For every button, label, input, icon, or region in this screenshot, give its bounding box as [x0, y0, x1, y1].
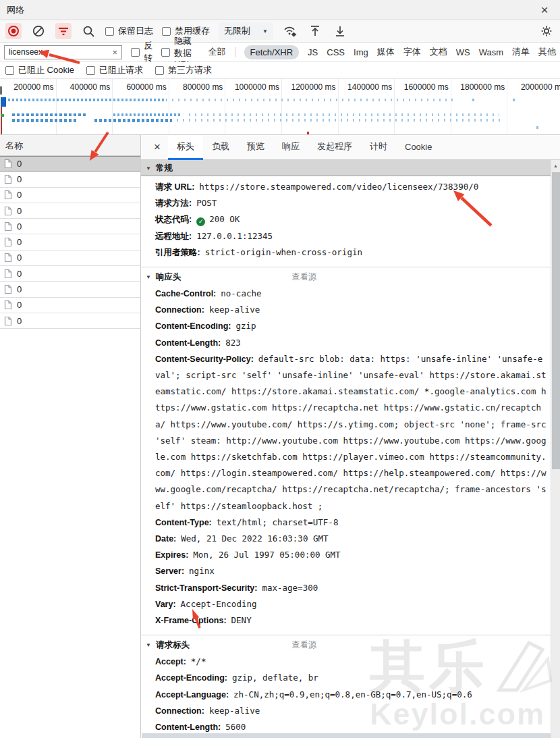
filter-type-all[interactable]: 全部 [208, 46, 226, 58]
preserve-log-checkbox[interactable]: 保留日志 [105, 25, 153, 37]
throttling-select[interactable]: 无限制 ▼ [219, 22, 273, 40]
clear-button[interactable] [30, 23, 47, 39]
header-row: Expires:Mon, 26 Jul 1997 05:00:00 GMT [141, 547, 551, 563]
filter-input[interactable]: licenseex × [4, 45, 122, 59]
tab-cookies[interactable]: Cookie [396, 135, 441, 160]
section-general[interactable]: ▼常规 [141, 160, 551, 176]
filter-type-fetch-xhr[interactable]: Fetch/XHR [244, 45, 300, 59]
request-name: 0 [17, 237, 22, 247]
header-name: 状态代码: [155, 215, 192, 224]
request-row[interactable]: 0 [0, 156, 140, 172]
section-title: 常规 [156, 163, 173, 173]
filter-type-js[interactable]: JS [308, 47, 318, 57]
search-button[interactable] [80, 23, 96, 39]
horizontal-scrollbar[interactable] [142, 733, 551, 738]
header-name: 引用者策略: [155, 248, 200, 257]
header-row: Connection:keep-alive [141, 703, 551, 719]
waterfall-marks [94, 119, 172, 122]
waterfall-marks [172, 99, 455, 101]
import-har-button[interactable] [307, 23, 323, 39]
clear-filter-icon[interactable]: × [112, 47, 117, 57]
third-party-label: 第三方请求 [168, 64, 212, 76]
settings-button[interactable] [538, 23, 555, 39]
filter-type-font[interactable]: 字体 [403, 46, 421, 58]
header-value: gzip, deflate, br [232, 673, 318, 683]
header-name: 远程地址: [155, 232, 192, 241]
third-party-checkbox[interactable]: 第三方请求 [155, 64, 212, 76]
filter-button[interactable] [55, 23, 72, 39]
request-row[interactable]: 0 [0, 203, 140, 219]
name-column-header[interactable]: 名称 [0, 135, 140, 156]
header-name: Accept: [155, 657, 186, 666]
record-button[interactable] [5, 23, 22, 39]
section-request-headers[interactable]: ▼请求标头 查看源 [141, 635, 551, 654]
tab-payload[interactable]: 负载 [203, 135, 238, 160]
tab-response[interactable]: 响应 [273, 135, 308, 160]
filter-icon [57, 26, 69, 36]
tab-timing[interactable]: 计时 [361, 135, 396, 160]
section-title: 响应头 [156, 272, 181, 282]
request-row[interactable]: 0 [0, 282, 140, 297]
timeline-overview[interactable]: 200000 ms 400000 ms 600000 ms 800000 ms … [0, 79, 560, 135]
blocked-cookies-label: 已阻止 Cookie [18, 64, 74, 76]
header-value: text/html; charset=UTF-8 [217, 517, 339, 527]
scroll-up-icon[interactable]: ▲ [551, 160, 560, 168]
request-row[interactable]: 0 [0, 234, 140, 250]
request-row[interactable]: 0 [0, 219, 140, 234]
export-har-icon [333, 24, 347, 38]
overview-handle[interactable] [0, 86, 2, 95]
invert-checkbox[interactable]: 反转 [131, 40, 152, 64]
header-row: Vary:Accept-Encoding [141, 596, 551, 612]
green-dot [1, 114, 4, 117]
header-row: Content-Security-Policy:default-src blob… [141, 351, 551, 515]
header-value: 5600 [225, 722, 246, 732]
file-icon [4, 174, 12, 184]
close-icon[interactable]: × [536, 3, 553, 16]
request-row[interactable]: 0 [0, 313, 140, 329]
tab-headers[interactable]: 标头 [168, 135, 203, 160]
close-detail-icon[interactable]: × [146, 135, 168, 159]
filter-type-ws[interactable]: WS [456, 47, 470, 57]
blocked-filter-bar: 已阻止 Cookie 已阻止请求 第三方请求 [0, 62, 560, 79]
tab-preview[interactable]: 预览 [238, 135, 273, 160]
header-row: Accept-Language:zh-CN,zh;q=0.9,en;q=0.8,… [141, 687, 551, 703]
file-icon [4, 300, 12, 310]
header-value: Wed, 21 Dec 2022 16:03:30 GMT [181, 533, 328, 544]
header-name: Accept-Language: [155, 690, 229, 700]
request-row[interactable]: 0 [0, 188, 140, 203]
scrollbar-thumb[interactable] [552, 172, 560, 469]
header-name: Content-Security-Policy: [155, 354, 254, 364]
waterfall-dot [513, 99, 515, 101]
vertical-scrollbar[interactable]: ▲ [551, 160, 560, 738]
header-name: Connection: [155, 305, 204, 315]
filter-type-doc[interactable]: 文档 [430, 46, 447, 58]
export-har-button[interactable] [332, 23, 348, 39]
section-response-headers[interactable]: ▼响应头 查看源 [141, 267, 551, 286]
view-source-link[interactable]: 查看源 [291, 635, 317, 654]
filter-type-css[interactable]: CSS [327, 47, 345, 57]
collapse-triangle-icon: ▼ [146, 274, 151, 280]
network-conditions-button[interactable] [282, 23, 298, 39]
panel-title: 网络 [7, 4, 24, 16]
header-value: max-age=300 [262, 583, 318, 593]
filter-type-other[interactable]: 其他 [538, 46, 556, 58]
blocked-requests-checkbox[interactable]: 已阻止请求 [86, 64, 143, 76]
header-name: Cache-Control: [155, 289, 216, 298]
filter-type-wasm[interactable]: Wasm [479, 47, 503, 57]
request-row[interactable]: 0 [0, 266, 140, 282]
request-row[interactable]: 0 [0, 298, 140, 313]
header-value: default-src blob: data: https: 'unsafe-i… [155, 354, 546, 511]
header-value: DENY [231, 615, 252, 625]
tab-initiator[interactable]: 发起程序 [308, 135, 361, 160]
request-name: 0 [17, 221, 22, 232]
blocked-cookies-checkbox[interactable]: 已阻止 Cookie [5, 64, 74, 76]
filter-type-img[interactable]: Img [354, 47, 368, 57]
filter-type-media[interactable]: 媒体 [377, 46, 395, 58]
request-name: 0 [17, 174, 22, 184]
filter-type-manifest[interactable]: 清单 [512, 46, 530, 58]
request-row[interactable]: 0 [0, 251, 140, 266]
header-value: zh-CN,zh;q=0.9,en;q=0.8,en-GB;q=0.7,en-U… [233, 689, 472, 700]
request-row[interactable]: 0 [0, 172, 140, 187]
waterfall-marks [177, 119, 501, 122]
view-source-link[interactable]: 查看源 [291, 267, 317, 286]
